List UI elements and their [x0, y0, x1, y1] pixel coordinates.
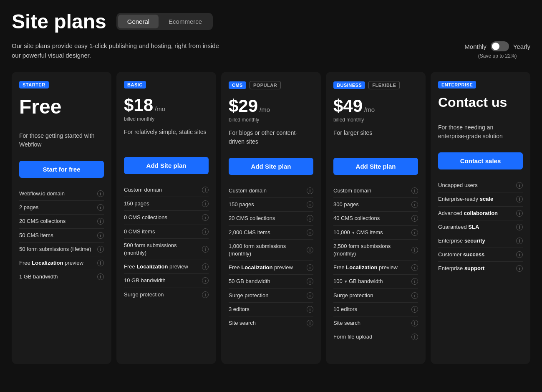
info-icon[interactable]: i — [411, 292, 418, 299]
plan-cta-basic[interactable]: Add Site plan — [124, 157, 209, 174]
info-icon[interactable]: i — [202, 187, 209, 193]
info-icon[interactable]: i — [307, 247, 313, 253]
feature-item: Guaranteed SLA i — [438, 220, 523, 234]
feature-name: 150 pages — [124, 200, 199, 207]
plan-price-amount-basic: $18 — [124, 95, 153, 115]
feature-item: Custom domain i — [229, 184, 313, 197]
feature-item: 50 form submissions (lifetime) i — [19, 242, 104, 256]
info-icon[interactable]: i — [411, 334, 418, 340]
info-icon[interactable]: i — [97, 204, 104, 211]
plan-billing-enterprise — [438, 111, 523, 117]
plan-cta-cms[interactable]: Add Site plan — [229, 158, 313, 175]
info-icon[interactable]: i — [202, 214, 209, 221]
info-icon[interactable]: i — [307, 229, 313, 236]
info-icon[interactable]: i — [516, 182, 523, 189]
plan-description-enterprise: For those needing an enterprise-grade so… — [438, 123, 523, 144]
plan-billing-cms: billed monthly — [229, 117, 313, 123]
info-icon[interactable]: i — [411, 229, 418, 236]
info-icon[interactable]: i — [97, 260, 104, 266]
info-icon[interactable]: i — [411, 201, 418, 208]
info-icon[interactable]: i — [411, 215, 418, 222]
feature-name: Free Localization preview — [124, 263, 199, 271]
plan-badge-business: BUSINESS — [333, 81, 365, 89]
plan-price-cms: $29 /mo — [229, 96, 313, 116]
plan-cta-enterprise[interactable]: Contact sales — [438, 152, 523, 169]
info-icon[interactable]: i — [516, 210, 523, 217]
plan-price-enterprise: Contact us — [438, 95, 523, 110]
plan-price-amount-cms: $29 — [229, 96, 258, 116]
feature-name: Customer success — [438, 251, 514, 258]
info-icon[interactable]: i — [97, 246, 104, 253]
feature-name: Surge protection — [229, 292, 304, 299]
info-icon[interactable]: i — [516, 238, 523, 244]
info-icon[interactable]: i — [516, 196, 523, 202]
info-icon[interactable]: i — [97, 232, 104, 239]
feature-item: Site search i — [333, 316, 418, 330]
info-icon[interactable]: i — [307, 187, 313, 194]
info-icon[interactable]: i — [411, 306, 418, 313]
info-icon[interactable]: i — [307, 320, 313, 326]
feature-name: 40 CMS collections — [333, 215, 409, 222]
dropdown-icon[interactable]: ▾ — [352, 230, 355, 235]
feature-item: 10 GB bandwidth i — [124, 273, 209, 287]
plan-description-business: For larger sites — [333, 129, 418, 149]
feature-name: Webflow.io domain — [19, 190, 95, 197]
dropdown-icon[interactable]: ▾ — [345, 279, 347, 284]
info-icon[interactable]: i — [516, 251, 523, 258]
info-icon[interactable]: i — [97, 273, 104, 280]
feature-item: Advanced collaboration i — [438, 206, 523, 220]
feature-item: 0 CMS collections i — [124, 210, 209, 224]
info-icon[interactable]: i — [307, 215, 313, 222]
info-icon[interactable]: i — [202, 228, 209, 235]
info-icon[interactable]: i — [97, 190, 104, 197]
plan-badge-basic: BASIC — [124, 81, 146, 89]
billing-toggle-area: Monthly Yearly (Save up to 22%) — [464, 41, 530, 59]
page-title: Site plans — [12, 10, 106, 33]
feature-item: 1,000 form submissions (monthly) i — [229, 239, 313, 260]
info-icon[interactable]: i — [307, 278, 313, 285]
feature-item: 2,000 CMS items i — [229, 225, 313, 239]
info-icon[interactable]: i — [516, 224, 523, 230]
info-icon[interactable]: i — [202, 263, 209, 270]
feature-item: 3 editors i — [229, 302, 313, 316]
info-icon[interactable]: i — [516, 265, 523, 272]
plan-cta-starter[interactable]: Start for free — [19, 161, 104, 178]
plan-description-basic: For relatively simple, static sites — [124, 128, 209, 149]
plan-header-business: BUSINESSFLEXIBLE — [333, 81, 418, 89]
tab-ecommerce[interactable]: Ecommerce — [159, 15, 211, 28]
feature-name: Free Localization preview — [19, 259, 95, 267]
info-icon[interactable]: i — [307, 306, 313, 313]
plan-cta-business[interactable]: Add Site plan — [333, 158, 418, 175]
info-icon[interactable]: i — [202, 277, 209, 284]
info-icon[interactable]: i — [307, 201, 313, 208]
info-icon[interactable]: i — [202, 246, 209, 253]
plan-card-basic: BASIC $18 /mo billed monthlyFor relative… — [116, 72, 216, 364]
info-icon[interactable]: i — [411, 320, 418, 326]
tab-group: General Ecommerce — [116, 13, 213, 30]
info-icon[interactable]: i — [307, 264, 313, 271]
info-icon[interactable]: i — [411, 264, 418, 271]
feature-item: 40 CMS collections i — [333, 211, 418, 225]
feature-item: Surge protection i — [333, 288, 418, 302]
info-icon[interactable]: i — [202, 291, 209, 298]
feature-name: 20 CMS collections — [229, 215, 304, 222]
feature-item: 20 CMS collections i — [19, 214, 104, 228]
feature-name: 10,000 ▾ CMS items — [333, 229, 409, 236]
plan-badge2-cms: POPULAR — [250, 81, 281, 89]
info-icon[interactable]: i — [307, 292, 313, 299]
feature-name: 50 form submissions (lifetime) — [19, 245, 95, 253]
feature-name: 2,500 form submissions (monthly) — [333, 243, 409, 258]
feature-name: Custom domain — [333, 187, 409, 195]
info-icon[interactable]: i — [411, 187, 418, 194]
billing-toggle[interactable] — [491, 41, 509, 51]
info-icon[interactable]: i — [411, 247, 418, 253]
feature-list-business: Custom domain i 300 pages i 40 CMS colle… — [333, 184, 418, 344]
toggle-thumb — [492, 43, 499, 50]
feature-name: Enterprise security — [438, 237, 514, 245]
plan-description-cms: For blogs or other content-driven sites — [229, 129, 313, 149]
info-icon[interactable]: i — [97, 218, 104, 225]
feature-item: Customer success i — [438, 248, 523, 261]
tab-general[interactable]: General — [118, 15, 159, 28]
info-icon[interactable]: i — [411, 278, 418, 285]
info-icon[interactable]: i — [202, 200, 209, 207]
